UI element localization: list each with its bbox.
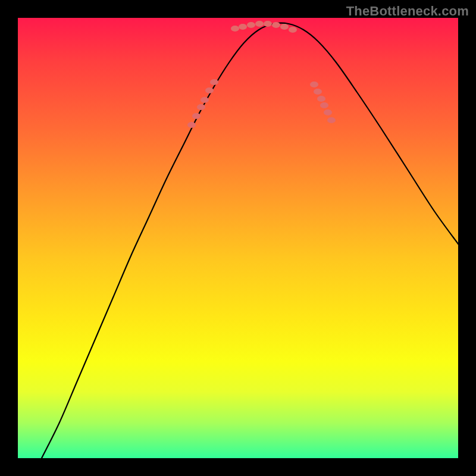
chart-svg xyxy=(18,18,458,458)
marker-dot xyxy=(192,113,201,119)
marker-dot xyxy=(317,96,325,102)
marker-dot xyxy=(187,122,196,128)
marker-dot xyxy=(247,22,255,28)
marker-dot xyxy=(197,104,205,110)
marker-dot xyxy=(205,87,214,93)
marker-dot xyxy=(201,97,209,103)
marker-dot xyxy=(289,27,297,33)
watermark-text: TheBottleneck.com xyxy=(346,4,469,19)
marker-dot xyxy=(239,24,247,30)
marker-dot xyxy=(272,22,280,28)
marker-dot xyxy=(264,21,272,27)
marker-dot xyxy=(320,102,328,108)
marker-dot xyxy=(280,24,289,30)
marker-dot xyxy=(255,21,264,27)
marker-dot xyxy=(210,79,218,85)
marker-dot xyxy=(231,26,239,32)
marker-dot xyxy=(324,109,332,115)
marker-dot xyxy=(314,89,322,95)
marker-dot xyxy=(327,117,336,123)
bottleneck-curve xyxy=(42,23,458,458)
marker-dot xyxy=(310,82,318,87)
chart-plot-area xyxy=(18,18,458,458)
